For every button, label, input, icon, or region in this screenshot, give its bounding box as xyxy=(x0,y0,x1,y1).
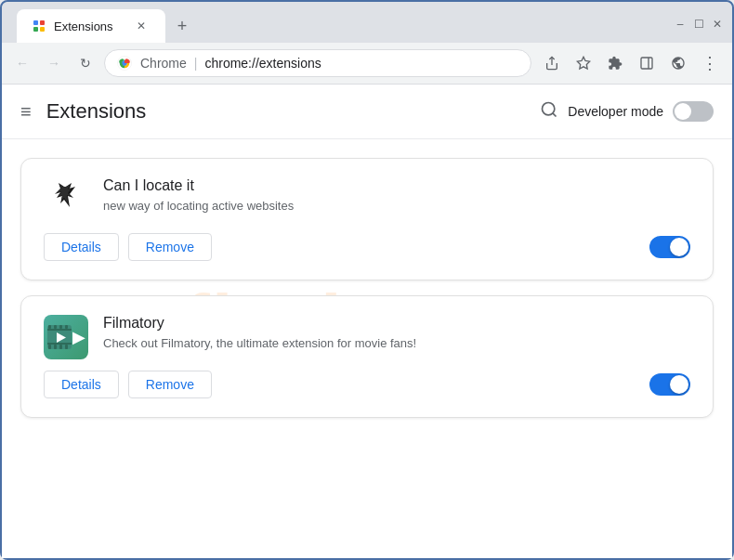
svg-rect-20 xyxy=(54,345,57,349)
svg-rect-8 xyxy=(641,58,652,69)
active-tab[interactable]: Extensions ✕ xyxy=(17,9,165,43)
developer-mode-toggle[interactable] xyxy=(673,101,714,122)
toggle-knob xyxy=(675,103,691,120)
page-title: Extensions xyxy=(46,99,147,124)
toolbar-icons: ⋮ xyxy=(537,48,725,78)
svg-rect-2 xyxy=(33,27,38,32)
extension-name-1: Filmatory xyxy=(103,315,690,332)
tab-close-button[interactable]: ✕ xyxy=(132,17,151,35)
ext-buttons-0: Details Remove xyxy=(44,233,212,261)
tab-label: Extensions xyxy=(54,20,125,33)
extension-info-1: Filmatory Check out Filmatory, the ultim… xyxy=(103,315,690,352)
hamburger-menu-button[interactable]: ≡ xyxy=(20,101,32,123)
svg-rect-3 xyxy=(40,27,45,32)
refresh-button[interactable]: ↻ xyxy=(72,50,98,76)
url-text: chrome://extensions xyxy=(204,56,321,71)
toggle-knob-0 xyxy=(670,238,688,256)
details-button-0[interactable]: Details xyxy=(44,233,119,261)
details-button-1[interactable]: Details xyxy=(44,371,119,398)
extensions-puzzle-icon[interactable] xyxy=(600,48,630,78)
svg-rect-0 xyxy=(33,20,38,25)
window-controls: – ☐ ✕ xyxy=(673,17,725,32)
extension-desc-1: Check out Filmatory, the ultimate extens… xyxy=(103,335,690,352)
extensions-header: ≡ Extensions Developer mode xyxy=(2,85,732,139)
extension-icon-1 xyxy=(44,315,88,359)
header-right: Developer mode xyxy=(540,100,714,124)
svg-rect-16 xyxy=(54,325,57,329)
browser-name: Chrome xyxy=(140,56,187,71)
svg-marker-7 xyxy=(577,57,589,69)
extension-info-0: Can I locate it new way of locating acti… xyxy=(103,177,690,215)
svg-rect-21 xyxy=(59,345,62,349)
forward-button[interactable]: → xyxy=(41,50,67,76)
title-bar: Extensions ✕ + – ☐ ✕ xyxy=(2,2,732,43)
new-tab-button[interactable]: + xyxy=(169,13,195,39)
svg-rect-1 xyxy=(40,20,45,25)
svg-rect-19 xyxy=(48,345,51,349)
extension-bottom-1: Details Remove xyxy=(44,371,690,398)
extension-toggle-0[interactable] xyxy=(649,236,690,258)
svg-point-10 xyxy=(543,102,555,114)
toggle-knob-1 xyxy=(670,375,688,394)
ext-buttons-1: Details Remove xyxy=(44,371,212,398)
svg-line-11 xyxy=(553,112,557,116)
remove-button-1[interactable]: Remove xyxy=(128,371,212,398)
bookmark-icon[interactable] xyxy=(569,48,598,78)
svg-rect-14 xyxy=(47,343,72,345)
extension-card-0: Can I locate it new way of locating acti… xyxy=(20,158,714,280)
svg-rect-22 xyxy=(65,345,68,349)
extension-desc-0: new way of locating active websites xyxy=(103,198,690,215)
dev-mode-label: Developer mode xyxy=(568,104,663,119)
extension-bottom-0: Details Remove xyxy=(44,233,690,261)
url-bar[interactable]: Chrome | chrome://extensions xyxy=(104,49,531,77)
remove-button-0[interactable]: Remove xyxy=(128,233,212,261)
svg-rect-18 xyxy=(65,325,68,329)
back-button[interactable]: ← xyxy=(9,50,35,76)
maximize-button[interactable]: ☐ xyxy=(691,17,706,32)
extension-toggle-1[interactable] xyxy=(649,373,690,396)
sidebar-icon[interactable] xyxy=(632,48,662,78)
share-icon[interactable] xyxy=(537,48,567,78)
extension-name-0: Can I locate it xyxy=(103,177,690,194)
tab-favicon xyxy=(32,19,46,33)
svg-rect-15 xyxy=(48,325,51,329)
extension-top-1: Filmatory Check out Filmatory, the ultim… xyxy=(44,315,690,359)
svg-rect-17 xyxy=(59,325,62,329)
extension-top-0: Can I locate it new way of locating acti… xyxy=(44,177,690,222)
extension-card-1: Filmatory Check out Filmatory, the ultim… xyxy=(20,295,714,418)
header-left: ≡ Extensions xyxy=(20,99,146,124)
menu-icon[interactable]: ⋮ xyxy=(695,48,725,78)
browser-window: Extensions ✕ + – ☐ ✕ ← → ↻ Chrome xyxy=(0,0,734,560)
minimize-button[interactable]: – xyxy=(673,17,688,32)
url-separator: | xyxy=(194,56,198,71)
svg-rect-13 xyxy=(47,329,72,331)
profile-icon[interactable] xyxy=(663,48,693,78)
extension-icon-0 xyxy=(44,177,88,222)
search-button[interactable] xyxy=(540,100,558,124)
extensions-list: Can I locate it new way of locating acti… xyxy=(2,139,732,436)
address-bar: ← → ↻ Chrome | chrome://extensions xyxy=(2,43,732,85)
chrome-logo-icon xyxy=(116,55,133,72)
page-content: flash.com ≡ Extensions Developer mode xyxy=(2,85,732,558)
close-button[interactable]: ✕ xyxy=(710,17,725,32)
